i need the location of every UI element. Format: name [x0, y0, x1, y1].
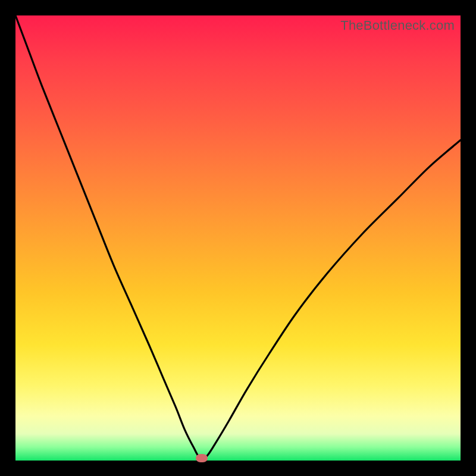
curve-svg [15, 15, 461, 461]
plot-area: TheBottleneck.com [15, 15, 461, 461]
watermark-text: TheBottleneck.com [340, 18, 455, 33]
chart-frame: TheBottleneck.com [0, 0, 476, 476]
bottleneck-curve [15, 15, 461, 459]
optimum-marker [196, 454, 208, 462]
